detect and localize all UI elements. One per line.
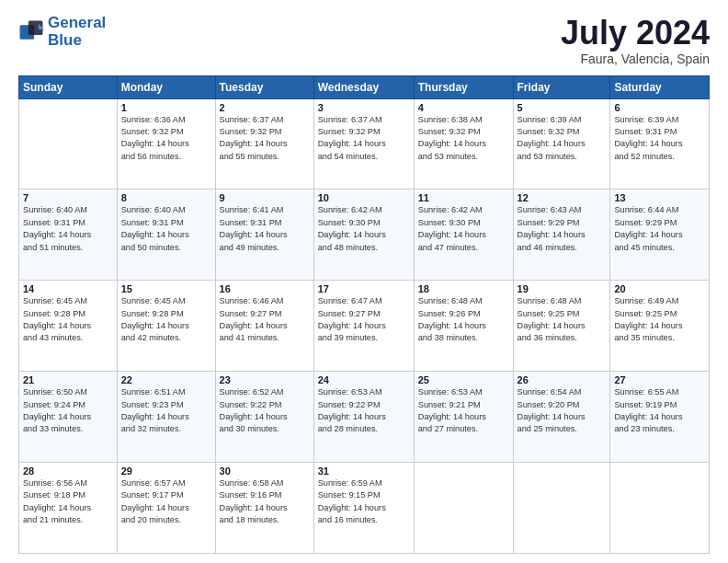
day-info: Sunrise: 6:47 AM Sunset: 9:27 PM Dayligh… <box>318 295 410 344</box>
day-number: 23 <box>220 374 310 385</box>
calendar-cell: 7Sunrise: 6:40 AM Sunset: 9:31 PM Daylig… <box>19 190 118 281</box>
title-block: July 2024 Faura, Valencia, Spain <box>561 15 710 66</box>
day-info: Sunrise: 6:52 AM Sunset: 9:22 PM Dayligh… <box>220 386 310 435</box>
calendar-cell: 13Sunrise: 6:44 AM Sunset: 9:29 PM Dayli… <box>610 190 710 281</box>
day-info: Sunrise: 6:53 AM Sunset: 9:21 PM Dayligh… <box>418 386 509 435</box>
calendar-cell: 4Sunrise: 6:38 AM Sunset: 9:32 PM Daylig… <box>414 98 513 190</box>
day-number: 12 <box>518 192 607 203</box>
calendar-table: SundayMondayTuesdayWednesdayThursdayFrid… <box>18 75 710 554</box>
day-info: Sunrise: 6:50 AM Sunset: 9:24 PM Dayligh… <box>23 386 113 435</box>
day-info: Sunrise: 6:40 AM Sunset: 9:31 PM Dayligh… <box>23 204 113 253</box>
logo-line2: Blue <box>48 31 82 49</box>
logo-line1: General <box>48 14 106 31</box>
day-info: Sunrise: 6:37 AM Sunset: 9:32 PM Dayligh… <box>220 114 310 163</box>
calendar-cell: 3Sunrise: 6:37 AM Sunset: 9:32 PM Daylig… <box>313 98 414 190</box>
calendar-cell: 11Sunrise: 6:42 AM Sunset: 9:30 PM Dayli… <box>414 190 513 281</box>
day-info: Sunrise: 6:56 AM Sunset: 9:18 PM Dayligh… <box>23 477 113 526</box>
day-number: 21 <box>23 374 113 385</box>
subtitle: Faura, Valencia, Spain <box>561 52 710 66</box>
calendar-week-row: 1Sunrise: 6:36 AM Sunset: 9:32 PM Daylig… <box>19 98 710 190</box>
day-info: Sunrise: 6:45 AM Sunset: 9:28 PM Dayligh… <box>23 295 113 344</box>
day-info: Sunrise: 6:42 AM Sunset: 9:30 PM Dayligh… <box>318 204 410 253</box>
day-number: 31 <box>318 465 410 477</box>
calendar-cell: 26Sunrise: 6:54 AM Sunset: 9:20 PM Dayli… <box>513 372 610 463</box>
calendar-cell: 24Sunrise: 6:53 AM Sunset: 9:22 PM Dayli… <box>313 372 414 463</box>
day-number: 7 <box>23 192 113 203</box>
calendar-cell: 1Sunrise: 6:36 AM Sunset: 9:32 PM Daylig… <box>117 98 215 190</box>
calendar-cell: 10Sunrise: 6:42 AM Sunset: 9:30 PM Dayli… <box>313 190 414 281</box>
day-number: 15 <box>121 283 211 294</box>
day-number: 25 <box>418 374 509 385</box>
calendar-cell <box>513 463 610 554</box>
calendar-cell: 6Sunrise: 6:39 AM Sunset: 9:31 PM Daylig… <box>610 98 710 190</box>
calendar-cell: 14Sunrise: 6:45 AM Sunset: 9:28 PM Dayli… <box>19 281 118 372</box>
day-number: 20 <box>614 283 705 294</box>
day-number: 3 <box>318 102 410 113</box>
day-info: Sunrise: 6:49 AM Sunset: 9:25 PM Dayligh… <box>614 295 705 344</box>
day-info: Sunrise: 6:44 AM Sunset: 9:29 PM Dayligh… <box>614 204 705 253</box>
calendar-cell: 16Sunrise: 6:46 AM Sunset: 9:27 PM Dayli… <box>215 281 313 372</box>
calendar-week-row: 28Sunrise: 6:56 AM Sunset: 9:18 PM Dayli… <box>19 463 710 554</box>
day-number: 29 <box>121 465 211 477</box>
calendar-cell: 23Sunrise: 6:52 AM Sunset: 9:22 PM Dayli… <box>215 372 313 463</box>
calendar-cell: 21Sunrise: 6:50 AM Sunset: 9:24 PM Dayli… <box>19 372 118 463</box>
weekday-header-cell: Saturday <box>610 75 710 98</box>
calendar-cell <box>414 463 513 554</box>
day-info: Sunrise: 6:54 AM Sunset: 9:20 PM Dayligh… <box>518 386 607 435</box>
day-number: 6 <box>614 102 705 113</box>
day-info: Sunrise: 6:39 AM Sunset: 9:32 PM Dayligh… <box>518 114 607 163</box>
weekday-header-cell: Friday <box>513 75 610 98</box>
day-number: 9 <box>220 192 310 203</box>
weekday-header-cell: Wednesday <box>313 75 414 98</box>
calendar-cell: 25Sunrise: 6:53 AM Sunset: 9:21 PM Dayli… <box>414 372 513 463</box>
day-number: 5 <box>518 102 607 113</box>
weekday-header-cell: Monday <box>117 75 215 98</box>
calendar-cell: 15Sunrise: 6:45 AM Sunset: 9:28 PM Dayli… <box>117 281 215 372</box>
day-number: 14 <box>23 283 113 294</box>
calendar-cell: 19Sunrise: 6:48 AM Sunset: 9:25 PM Dayli… <box>513 281 610 372</box>
weekday-header-row: SundayMondayTuesdayWednesdayThursdayFrid… <box>19 75 710 98</box>
day-info: Sunrise: 6:53 AM Sunset: 9:22 PM Dayligh… <box>318 386 410 435</box>
calendar-cell: 29Sunrise: 6:57 AM Sunset: 9:17 PM Dayli… <box>117 463 215 554</box>
day-number: 22 <box>121 374 211 385</box>
day-info: Sunrise: 6:51 AM Sunset: 9:23 PM Dayligh… <box>121 386 211 435</box>
calendar-cell <box>610 463 710 554</box>
day-number: 1 <box>121 102 211 113</box>
day-info: Sunrise: 6:41 AM Sunset: 9:31 PM Dayligh… <box>220 204 310 253</box>
day-info: Sunrise: 6:48 AM Sunset: 9:25 PM Dayligh… <box>518 295 607 344</box>
day-number: 10 <box>318 192 410 203</box>
day-number: 28 <box>23 465 113 477</box>
day-number: 18 <box>418 283 509 294</box>
calendar-cell: 12Sunrise: 6:43 AM Sunset: 9:29 PM Dayli… <box>513 190 610 281</box>
day-number: 4 <box>418 102 509 113</box>
day-info: Sunrise: 6:40 AM Sunset: 9:31 PM Dayligh… <box>121 204 211 253</box>
calendar-cell: 27Sunrise: 6:55 AM Sunset: 9:19 PM Dayli… <box>610 372 710 463</box>
calendar-cell: 30Sunrise: 6:58 AM Sunset: 9:16 PM Dayli… <box>215 463 313 554</box>
day-number: 26 <box>518 374 607 385</box>
day-number: 8 <box>121 192 211 203</box>
calendar-cell <box>19 98 118 190</box>
day-number: 27 <box>614 374 705 385</box>
calendar-cell: 8Sunrise: 6:40 AM Sunset: 9:31 PM Daylig… <box>117 190 215 281</box>
day-info: Sunrise: 6:38 AM Sunset: 9:32 PM Dayligh… <box>418 114 509 163</box>
calendar-cell: 20Sunrise: 6:49 AM Sunset: 9:25 PM Dayli… <box>610 281 710 372</box>
day-number: 17 <box>318 283 410 294</box>
day-info: Sunrise: 6:37 AM Sunset: 9:32 PM Dayligh… <box>318 114 410 163</box>
day-info: Sunrise: 6:55 AM Sunset: 9:19 PM Dayligh… <box>614 386 705 435</box>
main-title: July 2024 <box>561 15 710 52</box>
header: General Blue July 2024 Faura, Valencia, … <box>18 15 710 66</box>
day-info: Sunrise: 6:42 AM Sunset: 9:30 PM Dayligh… <box>418 204 509 253</box>
day-number: 30 <box>220 465 310 477</box>
day-info: Sunrise: 6:46 AM Sunset: 9:27 PM Dayligh… <box>220 295 310 344</box>
logo-text: General Blue <box>48 15 106 49</box>
day-info: Sunrise: 6:48 AM Sunset: 9:26 PM Dayligh… <box>418 295 509 344</box>
day-info: Sunrise: 6:45 AM Sunset: 9:28 PM Dayligh… <box>121 295 211 344</box>
weekday-header-cell: Thursday <box>414 75 513 98</box>
day-info: Sunrise: 6:39 AM Sunset: 9:31 PM Dayligh… <box>614 114 705 163</box>
day-number: 2 <box>220 102 310 113</box>
calendar-week-row: 21Sunrise: 6:50 AM Sunset: 9:24 PM Dayli… <box>19 372 710 463</box>
day-info: Sunrise: 6:58 AM Sunset: 9:16 PM Dayligh… <box>220 477 310 526</box>
day-number: 19 <box>518 283 607 294</box>
calendar-body: 1Sunrise: 6:36 AM Sunset: 9:32 PM Daylig… <box>19 98 710 553</box>
calendar-cell: 5Sunrise: 6:39 AM Sunset: 9:32 PM Daylig… <box>513 98 610 190</box>
